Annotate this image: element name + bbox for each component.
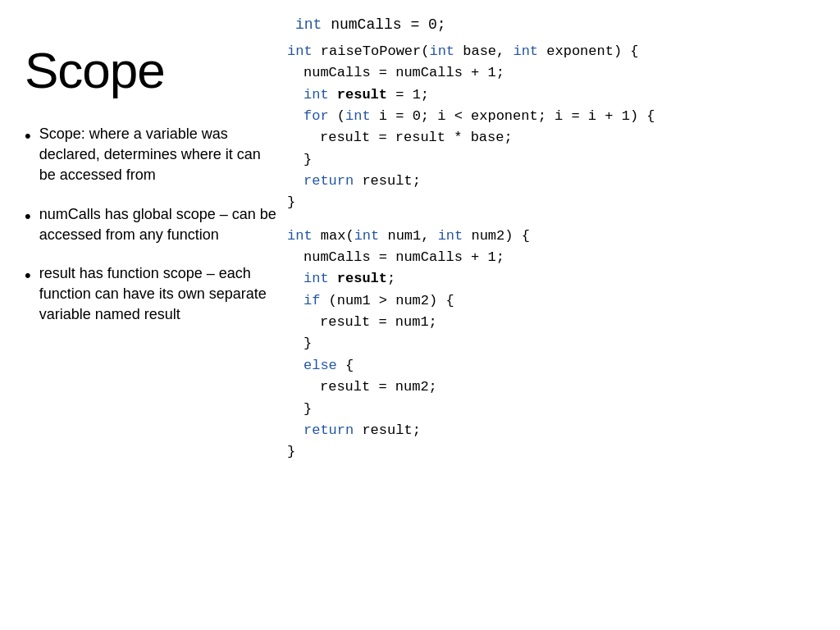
keyword-if: if [304,293,320,308]
code-line: if (num1 > num2) { [287,290,815,312]
list-item: result has function scope – each functio… [25,263,279,326]
keyword-for: for [304,108,329,124]
bullet-text-3: result has function scope – each functio… [39,263,279,326]
bold-result: result [337,271,387,286]
code-line: int result; [287,268,815,290]
code-line: } [287,192,815,213]
code-line: result = num2; [287,377,815,398]
code-line: return result; [287,171,815,192]
list-item: numCalls has global scope – can be acces… [25,204,279,245]
bold-result: result [337,87,387,103]
code-line: int raiseToPower(int base, int exponent)… [287,41,815,62]
code-line: for (int i = 0; i < exponent; i = i + 1)… [287,106,815,127]
code-line: else { [287,355,815,377]
keyword-int: int [304,271,329,286]
code-line: } [287,399,815,420]
code-line: } [287,441,815,463]
left-panel: Scope Scope: where a variable was declar… [25,41,279,614]
keyword-int: int [287,228,313,244]
main-content: Scope Scope: where a variable was declar… [25,41,815,614]
keyword-else: else [304,358,337,373]
keyword-int: int [354,228,380,244]
code-line: numCalls = numCalls + 1; [287,62,815,84]
bullet-text-1: Scope: where a variable was declared, de… [39,124,279,186]
list-item: Scope: where a variable was declared, de… [25,124,279,186]
code-line: numCalls = numCalls + 1; [287,247,815,268]
code-line: } [287,333,815,354]
code-block-max: int max(int num1, int num2) { numCalls =… [287,226,815,463]
code-line: } [287,149,815,171]
slide: int numCalls = 0; Scope Scope: where a v… [0,0,840,630]
keyword-return: return [304,173,354,189]
code-line: int max(int num1, int num2) { [287,226,815,247]
keyword-int: int [287,43,313,59]
keyword-return: return [304,422,354,438]
slide-title: Scope [25,41,279,99]
code-line: return result; [287,420,815,441]
bullet-text-2: numCalls has global scope – can be acces… [39,204,279,245]
code-line: result = num1; [287,312,815,333]
top-int-keyword: int [295,16,322,33]
code-block-raisetopower: int raiseToPower(int base, int exponent)… [287,41,815,214]
keyword-int: int [345,108,371,124]
top-code-text: numCalls = 0; [322,16,445,33]
keyword-int: int [304,87,329,103]
top-code-line: int numCalls = 0; [25,16,815,33]
right-panel: int raiseToPower(int base, int exponent)… [279,41,815,614]
code-line: int result = 1; [287,84,815,106]
bullet-list: Scope: where a variable was declared, de… [25,124,279,326]
keyword-int: int [429,43,454,59]
keyword-int: int [513,43,538,59]
keyword-int: int [438,228,463,244]
code-line: result = result * base; [287,127,815,148]
